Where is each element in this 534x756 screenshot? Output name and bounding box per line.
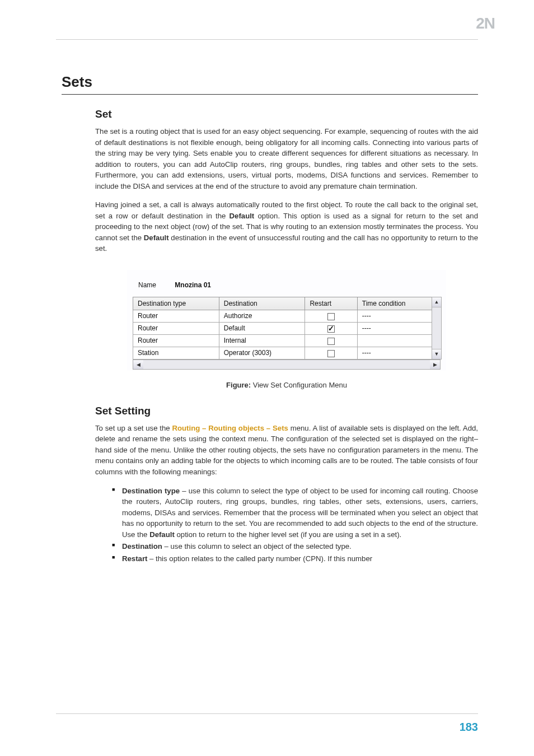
cell-time-condition[interactable]: ---- [357,322,440,334]
checkbox-checked-icon[interactable] [327,325,335,333]
bold-default-3: Default [149,530,175,539]
bold-default-2: Default [144,234,169,242]
logo-2n: 2N [476,15,495,32]
figure-panel: Name Mnozina 01 Destination type Destina… [127,270,446,371]
page-title: Sets [62,73,478,91]
title-rule [62,94,478,95]
bullet-list: Destination type – use this column to se… [112,486,478,564]
para-set-setting: To set up a set use the Routing – Routin… [95,423,478,478]
bullet-label-restart: Restart [122,554,147,563]
header-row: Destination type Destination Restart Tim… [133,297,441,310]
caption-text: View Set Configuration Menu [251,381,347,389]
name-field: Name Mnozina 01 [133,278,441,297]
col-header-destination-type[interactable]: Destination type [133,297,219,310]
para-set-1: The set is a routing object that is used… [95,126,478,192]
scroll-down-icon[interactable]: ▼ [432,349,441,359]
list-item: Restart – this option relates to the cal… [112,553,478,564]
cell-time-condition-selected[interactable]: time 1 [357,334,440,347]
text-run: To set up a set use the [95,424,172,432]
table-row[interactable]: Router Authorize ---- [133,310,441,322]
text-run: – this option relates to the called part… [147,554,372,563]
brand-logo: 2N [476,15,495,32]
bullet-label-destination-type: Destination type [122,487,180,495]
content-area: Sets Set The set is a routing object tha… [56,73,478,564]
cell-destination-type[interactable]: Router [133,334,219,347]
cell-restart[interactable] [305,347,357,359]
table-row[interactable]: Station Operator (3003) ---- [133,347,441,359]
grid-wrapper: Destination type Destination Restart Tim… [133,297,441,360]
cell-restart[interactable] [305,310,357,322]
checkbox-unchecked-icon[interactable] [327,350,335,357]
set-table: Destination type Destination Restart Tim… [133,297,441,360]
text-run: – use this column to select an object of… [162,542,352,550]
menu-path: Routing – Routing objects – Sets [172,424,288,432]
vertical-scrollbar[interactable]: ▲ ▼ [432,297,442,360]
table-row[interactable]: Router Default ---- [133,322,441,334]
cell-destination-type[interactable]: Router [133,322,219,334]
figure-caption: Figure: View Set Configuration Menu [95,381,478,389]
page: 2N Sets Set The set is a routing object … [0,0,534,756]
cell-destination[interactable]: Operator (3003) [219,347,305,359]
cell-restart[interactable] [305,322,357,334]
header-rule [56,39,478,40]
table-row[interactable]: Router Internal time 1 [133,334,441,347]
bullet-label-destination: Destination [122,542,162,550]
checkbox-unchecked-icon[interactable] [327,313,335,320]
page-number: 183 [56,721,478,734]
cell-restart[interactable] [305,334,357,347]
list-item: Destination – use this column to select … [112,541,478,552]
cell-time-condition[interactable]: ---- [357,310,440,322]
cell-time-condition[interactable]: ---- [357,347,440,359]
col-header-destination[interactable]: Destination [219,297,305,310]
horizontal-scrollbar[interactable]: ◀ ▶ [133,360,441,370]
cell-destination[interactable]: Internal [219,334,305,347]
cell-destination-type[interactable]: Router [133,310,219,322]
caption-label: Figure: [226,381,251,389]
checkbox-unchecked-icon[interactable] [327,338,335,345]
name-value: Mnozina 01 [175,281,211,289]
col-header-time-condition[interactable]: Time condition [357,297,440,310]
scroll-up-icon[interactable]: ▲ [432,297,441,307]
page-footer: 183 [56,713,478,734]
heading-set-setting: Set Setting [95,405,478,417]
scroll-right-icon[interactable]: ▶ [430,360,440,369]
cell-destination[interactable]: Authorize [219,310,305,322]
text-run: option to return to the higher level set… [175,530,401,539]
footer-rule [56,713,478,714]
list-item: Destination type – use this column to se… [112,486,478,540]
para-set-2: Having joined a set, a call is always au… [95,199,478,254]
cell-destination-type[interactable]: Station [133,347,219,359]
section-set: Set The set is a routing object that is … [95,108,478,564]
col-header-restart[interactable]: Restart [305,297,357,310]
scroll-left-icon[interactable]: ◀ [133,360,143,369]
cell-destination[interactable]: Default [219,322,305,334]
heading-set: Set [95,108,478,120]
bold-default-1: Default [229,212,255,220]
name-label: Name [138,281,168,289]
